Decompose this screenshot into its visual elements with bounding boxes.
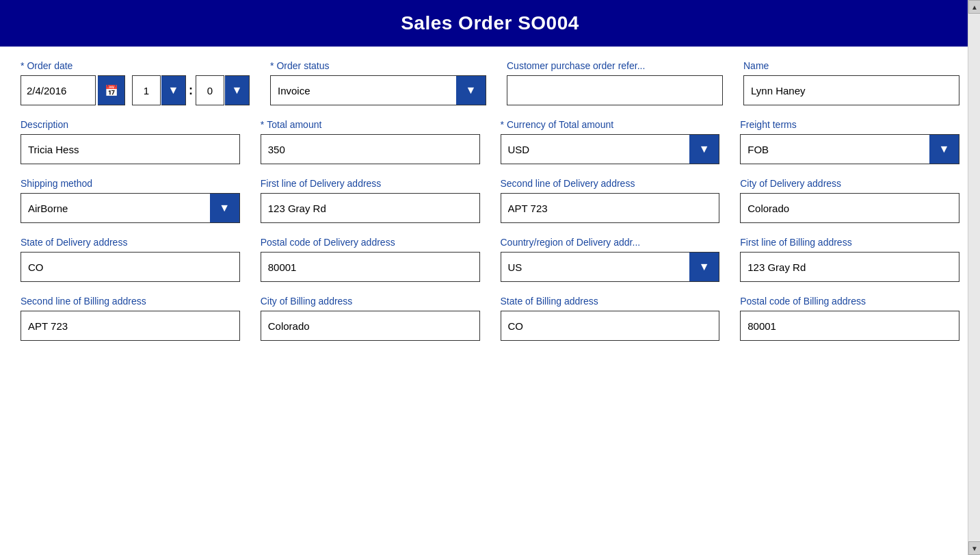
chevron-down-icon-2: ▼ <box>232 85 243 96</box>
order-date-field: *Order date 📅 ▼ : ▼ <box>21 60 250 105</box>
delivery-country-label: Country/region of Delivery addr... <box>501 237 720 248</box>
required-star-2: * <box>270 60 274 71</box>
currency-select: ▼ <box>501 134 720 164</box>
order-status-field: *Order status ▼ <box>270 60 486 105</box>
billing-city-label: City of Billing address <box>261 296 480 307</box>
description-field: Description <box>21 119 240 164</box>
name-input[interactable] <box>743 75 959 105</box>
form-row-2: Description *Total amount *Currency of T… <box>21 119 959 164</box>
chevron-down-icon-7: ▼ <box>699 261 710 272</box>
order-status-input[interactable] <box>270 75 456 105</box>
total-amount-input[interactable] <box>261 134 480 164</box>
order-date-label: *Order date <box>21 60 250 71</box>
shipping-method-field: Shipping method ▼ <box>21 178 240 223</box>
customer-po-input[interactable] <box>507 75 723 105</box>
delivery-country-dropdown-button[interactable]: ▼ <box>689 252 719 282</box>
chevron-down-icon-5: ▼ <box>939 144 950 155</box>
date-row: 📅 ▼ : ▼ <box>21 75 250 105</box>
hour-input[interactable] <box>132 75 161 105</box>
customer-po-field: Customer purchase order refer... <box>507 60 723 105</box>
name-field: Name <box>743 60 959 105</box>
form-container: *Order date 📅 ▼ : ▼ <box>0 47 980 554</box>
currency-label: *Currency of Total amount <box>501 119 720 130</box>
order-status-label: *Order status <box>270 60 486 71</box>
order-date-input[interactable] <box>21 75 96 105</box>
time-select: ▼ : ▼ <box>132 75 250 105</box>
shipping-method-input[interactable] <box>21 193 210 223</box>
delivery-country-field: Country/region of Delivery addr... ▼ <box>501 237 720 282</box>
shipping-method-label: Shipping method <box>21 178 240 189</box>
calendar-button[interactable]: 📅 <box>98 75 125 105</box>
description-input[interactable] <box>21 134 240 164</box>
delivery-addr2-field: Second line of Delivery address <box>501 178 720 223</box>
billing-postal-label: Postal code of Billing address <box>740 296 959 307</box>
scroll-up-button[interactable]: ▲ <box>968 0 980 14</box>
freight-terms-input[interactable] <box>740 134 929 164</box>
billing-addr2-field: Second line of Billing address <box>21 296 240 341</box>
delivery-addr2-label: Second line of Delivery address <box>501 178 720 189</box>
required-star: * <box>21 60 24 71</box>
delivery-state-field: State of Delivery address <box>21 237 240 282</box>
billing-city-field: City of Billing address <box>261 296 480 341</box>
chevron-down-icon: ▼ <box>168 85 179 96</box>
billing-addr1-label: First line of Billing address <box>740 237 959 248</box>
billing-addr1-input[interactable] <box>740 252 959 282</box>
freight-terms-dropdown-button[interactable]: ▼ <box>929 134 959 164</box>
form-row-1: *Order date 📅 ▼ : ▼ <box>21 60 959 105</box>
currency-input[interactable] <box>501 134 690 164</box>
freight-terms-select: ▼ <box>740 134 959 164</box>
total-amount-label: *Total amount <box>261 119 480 130</box>
billing-state-input[interactable] <box>501 311 720 341</box>
billing-state-label: State of Billing address <box>501 296 720 307</box>
billing-state-field: State of Billing address <box>501 296 720 341</box>
order-status-dropdown-button[interactable]: ▼ <box>456 75 486 105</box>
name-label: Name <box>743 60 959 71</box>
delivery-addr2-input[interactable] <box>501 193 720 223</box>
freight-terms-label: Freight terms <box>740 119 959 130</box>
chevron-down-icon-4: ▼ <box>699 144 710 155</box>
calendar-icon: 📅 <box>105 84 118 97</box>
billing-postal-field: Postal code of Billing address <box>740 296 959 341</box>
billing-city-input[interactable] <box>261 311 480 341</box>
total-amount-field: *Total amount <box>261 119 480 164</box>
delivery-city-input[interactable] <box>740 193 959 223</box>
required-star-4: * <box>501 119 504 130</box>
chevron-down-icon-6: ▼ <box>219 203 230 214</box>
shipping-method-select: ▼ <box>21 193 240 223</box>
form-row-5: Second line of Billing address City of B… <box>21 296 959 341</box>
delivery-state-input[interactable] <box>21 252 240 282</box>
minute-dropdown-button[interactable]: ▼ <box>225 75 250 105</box>
order-status-select: ▼ <box>270 75 486 105</box>
delivery-addr1-input[interactable] <box>261 193 480 223</box>
description-label: Description <box>21 119 240 130</box>
freight-terms-field: Freight terms ▼ <box>740 119 959 164</box>
delivery-addr1-field: First line of Delivery address <box>261 178 480 223</box>
delivery-postal-label: Postal code of Delivery address <box>261 237 480 248</box>
hour-dropdown-button[interactable]: ▼ <box>161 75 186 105</box>
page-title: Sales Order SO004 <box>0 0 980 47</box>
required-star-3: * <box>261 119 264 130</box>
billing-postal-input[interactable] <box>740 311 959 341</box>
minute-input[interactable] <box>196 75 224 105</box>
delivery-country-select: ▼ <box>501 252 720 282</box>
billing-addr1-field: First line of Billing address <box>740 237 959 282</box>
billing-addr2-label: Second line of Billing address <box>21 296 240 307</box>
delivery-city-field: City of Delivery address <box>740 178 959 223</box>
time-colon: : <box>187 83 194 98</box>
delivery-country-input[interactable] <box>501 252 690 282</box>
form-row-3: Shipping method ▼ First line of Delivery… <box>21 178 959 223</box>
delivery-city-label: City of Delivery address <box>740 178 959 189</box>
customer-po-label: Customer purchase order refer... <box>507 60 723 71</box>
delivery-addr1-label: First line of Delivery address <box>261 178 480 189</box>
shipping-method-dropdown-button[interactable]: ▼ <box>210 193 240 223</box>
form-row-4: State of Delivery address Postal code of… <box>21 237 959 282</box>
delivery-postal-input[interactable] <box>261 252 480 282</box>
billing-addr2-input[interactable] <box>21 311 240 341</box>
delivery-state-label: State of Delivery address <box>21 237 240 248</box>
currency-field: *Currency of Total amount ▼ <box>501 119 720 164</box>
currency-dropdown-button[interactable]: ▼ <box>689 134 719 164</box>
delivery-postal-field: Postal code of Delivery address <box>261 237 480 282</box>
chevron-down-icon-3: ▼ <box>466 85 477 96</box>
